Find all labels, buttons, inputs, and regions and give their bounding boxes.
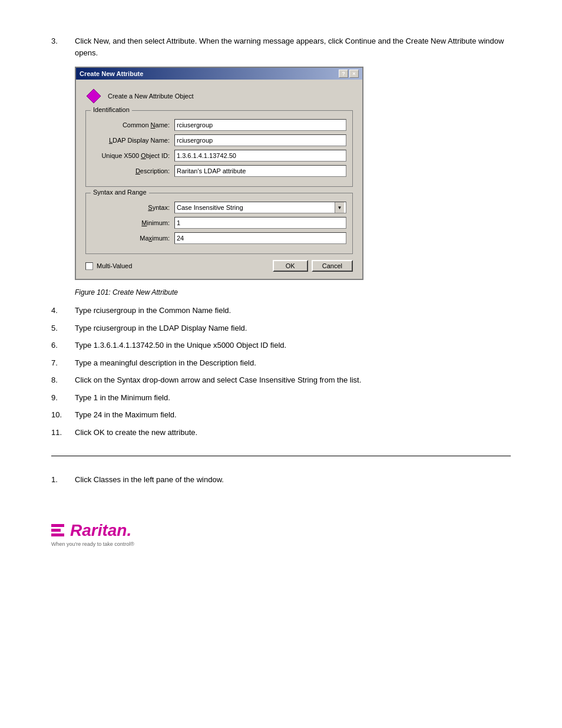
logo-tagline: When you're ready to take control®: [51, 541, 134, 547]
maximum-row: Maximum:: [92, 232, 346, 244]
step-number-10: 10.: [51, 409, 75, 421]
common-name-label: Common Name:: [92, 121, 174, 129]
description-label: Description:: [92, 167, 174, 174]
close-button[interactable]: ×: [349, 70, 359, 78]
identification-fieldset: Identification Common Name: LDAP Display…: [85, 110, 353, 187]
step-9: 9. Type 1 in the Minimum field.: [51, 392, 511, 404]
raritan-logo: Raritan. When you're ready to take contr…: [51, 521, 134, 547]
maximum-label: Maximum:: [92, 235, 174, 242]
step-4: 4. Type rciusergroup in the Common Name …: [51, 305, 511, 317]
syntax-range-legend: Syntax and Range: [91, 189, 149, 196]
dialog-body: Create a New Attribute Object Identifica…: [76, 80, 362, 279]
minimum-input[interactable]: [174, 217, 346, 229]
step-number-3: 3.: [51, 35, 75, 58]
step-6: 6. Type 1.3.6.1.4.1.13742.50 in the Uniq…: [51, 340, 511, 351]
step-number-8: 8.: [51, 374, 75, 386]
syntax-select[interactable]: Case Insensitive String ▼: [174, 202, 346, 213]
step-10: 10. Type 24 in the Maximum field.: [51, 409, 511, 421]
step-number-9: 9.: [51, 392, 75, 404]
step-text-4: Type rciusergroup in the Common Name fie…: [75, 305, 511, 317]
ldap-display-name-row: LDAP Display Name:: [92, 134, 346, 146]
bottom-step-text-1: Click Classes in the left pane of the wi…: [75, 474, 511, 486]
ok-button[interactable]: OK: [273, 260, 308, 272]
logo-bar-1: [51, 524, 64, 527]
create-new-attribute-dialog: Create New Attribute ? × Create a New At…: [75, 67, 363, 280]
titlebar-buttons: ? ×: [339, 70, 359, 78]
logo-icon-row: Raritan.: [51, 521, 131, 540]
step-text-3: Click New, and then select Attribute. Wh…: [75, 35, 511, 58]
step-text-9: Type 1 in the Minimum field.: [75, 392, 511, 404]
step-text-10: Type 24 in the Maximum field.: [75, 409, 511, 421]
step-11: 11. Click OK to create the new attribute…: [51, 427, 511, 439]
object-id-row: Unique X500 Object ID:: [92, 150, 346, 162]
logo-area: Raritan. When you're ready to take contr…: [51, 521, 511, 547]
step-text-7: Type a meaningful description in the Des…: [75, 357, 511, 369]
minimum-row: Minimum:: [92, 217, 346, 229]
step-number-5: 5.: [51, 322, 75, 334]
figure-caption: Figure 101: Create New Attribute: [75, 288, 511, 297]
multi-valued-label: Multi-Valued: [97, 262, 132, 269]
help-button[interactable]: ?: [339, 70, 348, 78]
syntax-dropdown-arrow[interactable]: ▼: [335, 202, 344, 213]
identification-legend: Identification: [91, 106, 132, 113]
step-number-11: 11.: [51, 427, 75, 439]
step-3: 3. Click New, and then select Attribute.…: [51, 35, 511, 58]
diamond-icon: [85, 88, 102, 104]
ldap-display-name-label: LDAP Display Name:: [92, 137, 174, 144]
step-7: 7. Type a meaningful description in the …: [51, 357, 511, 369]
page-content: 3. Click New, and then select Attribute.…: [51, 35, 511, 547]
description-row: Description:: [92, 165, 346, 177]
syntax-range-fieldset: Syntax and Range Syntax: Case Insensitiv…: [85, 193, 353, 254]
page-divider: [51, 456, 511, 456]
syntax-value: Case Insensitive String: [177, 204, 335, 211]
maximum-input[interactable]: [174, 232, 346, 244]
description-input[interactable]: [174, 165, 346, 177]
step-text-5: Type rciusergroup in the LDAP Display Na…: [75, 322, 511, 334]
object-id-input[interactable]: [174, 150, 346, 162]
svg-marker-0: [87, 89, 101, 103]
common-name-row: Common Name:: [92, 119, 346, 131]
dialog-container: Create New Attribute ? × Create a New At…: [75, 67, 511, 280]
subsequent-steps: 4. Type rciusergroup in the Common Name …: [51, 305, 511, 438]
cancel-button[interactable]: Cancel: [312, 260, 353, 272]
ldap-display-name-input[interactable]: [174, 134, 346, 146]
multi-valued-checkbox[interactable]: [85, 262, 93, 270]
syntax-label: Syntax:: [92, 204, 174, 211]
bottom-step-1: 1. Click Classes in the left pane of the…: [51, 474, 511, 486]
step-text-8: Click on the Syntax drop-down arrow and …: [75, 374, 511, 386]
dialog-footer: Multi-Valued OK Cancel: [85, 260, 353, 272]
multi-valued-area: Multi-Valued: [85, 262, 269, 270]
step-number-6: 6.: [51, 340, 75, 351]
dialog-title: Create New Attribute: [80, 70, 143, 77]
logo-bar-3: [51, 533, 64, 536]
step-8: 8. Click on the Syntax drop-down arrow a…: [51, 374, 511, 386]
syntax-row: Syntax: Case Insensitive String ▼: [92, 202, 346, 213]
dialog-titlebar: Create New Attribute ? ×: [76, 68, 362, 80]
object-id-label: Unique X500 Object ID:: [92, 152, 174, 159]
minimum-label: Minimum:: [92, 219, 174, 226]
logo-brand-text: Raritan.: [70, 521, 131, 540]
step-number-4: 4.: [51, 305, 75, 317]
step-text-11: Click OK to create the new attribute.: [75, 427, 511, 439]
step-number-7: 7.: [51, 357, 75, 369]
step-5: 5. Type rciusergroup in the LDAP Display…: [51, 322, 511, 334]
step-text-6: Type 1.3.6.1.4.1.13742.50 in the Unique …: [75, 340, 511, 351]
common-name-input[interactable]: [174, 119, 346, 131]
bottom-step-number-1: 1.: [51, 474, 75, 486]
logo-bar-2: [51, 529, 61, 532]
dialog-header: Create a New Attribute Object: [85, 88, 353, 104]
dialog-subtitle: Create a New Attribute Object: [108, 93, 194, 100]
logo-bars-icon: [51, 524, 64, 536]
